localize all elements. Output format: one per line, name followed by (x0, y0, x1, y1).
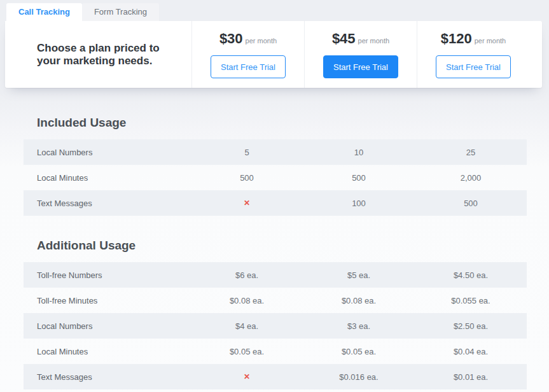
cross-icon: ✕ (191, 372, 303, 381)
plan-price: $45per month (332, 31, 389, 47)
row-value: 500 (415, 199, 527, 208)
row-value: $0.01 ea. (415, 372, 527, 382)
row-label: Local Numbers (24, 321, 191, 331)
table-row: Toll-free Numbers$6 ea.$5 ea.$4.50 ea. (24, 262, 527, 288)
plan-price-amount: $45 (332, 31, 356, 46)
row-label: Local Numbers (24, 148, 191, 157)
table-row: Text Messages✕$0.016 ea.$0.01 ea. (24, 364, 527, 389)
row-value: 500 (303, 173, 415, 183)
cross-icon: ✕ (191, 199, 303, 207)
start-free-trial-button[interactable]: Start Free Trial (211, 55, 286, 78)
row-value: $4.50 ea. (415, 270, 527, 280)
row-value: 100 (303, 199, 415, 208)
section-title: Additional Usage (37, 239, 527, 253)
tab-bar: Call TrackingForm Tracking (0, 0, 549, 21)
plan-price-period: per month (475, 37, 506, 45)
row-value: 2,000 (415, 173, 527, 183)
pricing-page: Call TrackingForm Tracking Choose a plan… (0, 0, 549, 392)
page-title: Choose a plan priced to your marketing n… (37, 42, 160, 67)
plan-column: $30per monthStart Free Trial (191, 21, 304, 88)
plan-price-amount: $120 (441, 31, 472, 46)
row-value: $0.05 ea. (191, 347, 303, 356)
table-row: Text Messages✕100500 (24, 190, 527, 216)
usage-table: Toll-free Numbers$6 ea.$5 ea.$4.50 ea.To… (24, 262, 527, 389)
plan-intro: Choose a plan priced to your marketing n… (5, 21, 191, 88)
plan-price-period: per month (246, 37, 277, 45)
tab-call-tracking[interactable]: Call Tracking (6, 3, 82, 21)
plan-price-amount: $30 (219, 31, 243, 46)
table-row: Local Minutes5005002,000 (24, 165, 527, 190)
table-row: Local Numbers51025 (24, 139, 527, 165)
row-value: $4 ea. (191, 321, 303, 331)
row-value: $0.055 ea. (415, 296, 527, 305)
row-label: Text Messages (24, 372, 191, 382)
start-free-trial-button[interactable]: Start Free Trial (436, 55, 511, 78)
row-label: Toll-free Minutes (24, 296, 191, 305)
tab-form-tracking[interactable]: Form Tracking (82, 3, 159, 21)
usage-sections: Included UsageLocal Numbers51025Local Mi… (24, 116, 527, 389)
page-title-line2: your marketing needs. (37, 55, 160, 67)
row-value: $0.04 ea. (415, 347, 527, 356)
row-label: Local Minutes (24, 347, 191, 356)
plan-price: $30per month (219, 31, 277, 47)
row-value: 25 (415, 148, 527, 157)
usage-table: Local Numbers51025Local Minutes5005002,0… (24, 139, 527, 216)
plan-price-period: per month (358, 37, 390, 45)
plan-price: $120per month (441, 31, 506, 47)
row-value: 10 (303, 148, 415, 157)
start-free-trial-button[interactable]: Start Free Trial (323, 55, 398, 78)
page-title-line1: Choose a plan priced to (37, 42, 160, 55)
row-label: Local Minutes (24, 173, 191, 183)
plan-column: $45per monthStart Free Trial (304, 21, 417, 88)
row-value: 500 (191, 173, 303, 183)
table-row: Toll-free Minutes$0.08 ea.$0.08 ea.$0.05… (24, 288, 527, 313)
row-value: $0.08 ea. (303, 296, 415, 305)
table-row: Local Numbers$4 ea.$3 ea.$2.50 ea. (24, 313, 527, 339)
row-value: $5 ea. (303, 270, 415, 280)
plan-column: $120per monthStart Free Trial (417, 21, 529, 88)
row-value: $0.05 ea. (303, 347, 415, 356)
table-row: Local Minutes$0.05 ea.$0.05 ea.$0.04 ea. (24, 339, 527, 364)
row-value: $0.016 ea. (303, 372, 415, 382)
row-value: $2.50 ea. (415, 321, 527, 331)
plan-header-card: Choose a plan priced to your marketing n… (5, 21, 542, 88)
usage-section: Additional UsageToll-free Numbers$6 ea.$… (24, 239, 527, 389)
section-title: Included Usage (37, 116, 527, 130)
row-value: $0.08 ea. (191, 296, 303, 305)
row-value: 5 (191, 148, 303, 157)
row-label: Text Messages (24, 199, 191, 208)
usage-section: Included UsageLocal Numbers51025Local Mi… (24, 116, 527, 216)
row-value: $6 ea. (191, 270, 303, 280)
row-value: $3 ea. (303, 321, 415, 331)
row-label: Toll-free Numbers (24, 270, 191, 280)
